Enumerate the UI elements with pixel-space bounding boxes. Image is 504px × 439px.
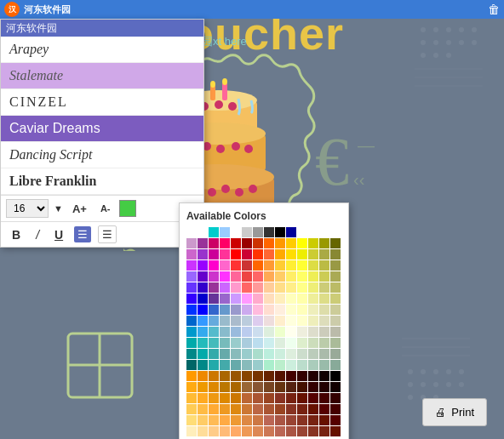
color-cell[interactable] xyxy=(220,282,230,293)
color-cell[interactable] xyxy=(231,249,241,259)
color-cell[interactable] xyxy=(297,327,307,337)
color-cell[interactable] xyxy=(220,305,230,315)
color-cell[interactable] xyxy=(275,282,285,293)
color-cell[interactable] xyxy=(319,238,329,248)
color-cell[interactable] xyxy=(198,282,208,293)
color-cell[interactable] xyxy=(308,316,318,326)
color-cell[interactable] xyxy=(286,294,296,304)
color-cell[interactable] xyxy=(231,238,241,248)
color-cell[interactable] xyxy=(242,327,252,337)
color-cell[interactable] xyxy=(186,338,197,348)
color-cell[interactable] xyxy=(253,327,263,337)
color-cell[interactable] xyxy=(297,338,307,348)
italic-button[interactable]: / xyxy=(32,226,43,243)
color-cell[interactable] xyxy=(319,404,329,414)
color-cell[interactable] xyxy=(264,260,274,271)
color-cell[interactable] xyxy=(308,238,318,248)
color-cell[interactable] xyxy=(319,415,329,425)
color-cell[interactable] xyxy=(198,260,208,271)
color-cell[interactable] xyxy=(264,305,274,315)
color-cell[interactable] xyxy=(198,404,208,414)
color-cell[interactable] xyxy=(319,360,329,370)
font-item-cinzel[interactable]: CINZEL xyxy=(1,89,203,116)
color-cell[interactable] xyxy=(286,349,296,359)
color-cell[interactable] xyxy=(264,426,274,436)
color-cell[interactable] xyxy=(186,305,197,315)
color-cell[interactable] xyxy=(186,271,197,282)
color-cell[interactable] xyxy=(253,338,263,348)
color-cell[interactable] xyxy=(253,415,263,425)
color-cell[interactable] xyxy=(275,393,285,403)
color-cell[interactable] xyxy=(319,249,329,259)
color-cell[interactable] xyxy=(231,305,241,315)
color-cell[interactable] xyxy=(275,360,285,370)
color-cell[interactable] xyxy=(297,260,307,271)
color-cell[interactable] xyxy=(308,404,318,414)
color-cell[interactable] xyxy=(319,294,329,304)
color-cell[interactable] xyxy=(186,415,197,425)
color-cell[interactable] xyxy=(198,338,208,348)
color-cell[interactable] xyxy=(231,404,241,414)
color-cell[interactable] xyxy=(319,260,329,271)
color-cell[interactable] xyxy=(198,327,208,337)
color-cell[interactable] xyxy=(308,415,318,425)
color-cell[interactable] xyxy=(308,260,318,271)
color-cell[interactable] xyxy=(330,360,341,370)
color-cell[interactable] xyxy=(330,371,341,381)
color-cell[interactable] xyxy=(198,238,208,248)
color-cell[interactable] xyxy=(209,260,219,271)
color-cell[interactable] xyxy=(297,426,307,436)
color-cell[interactable] xyxy=(308,393,318,403)
color-cell[interactable] xyxy=(286,382,296,392)
color-cell[interactable] xyxy=(275,415,285,425)
color-cell[interactable] xyxy=(220,316,230,326)
color-cell[interactable] xyxy=(264,393,274,403)
color-cell[interactable] xyxy=(209,382,219,392)
color-cell[interactable] xyxy=(198,371,208,381)
color-cell[interactable] xyxy=(297,316,307,326)
color-cell[interactable] xyxy=(319,316,329,326)
color-cell[interactable] xyxy=(186,382,197,392)
color-cell[interactable] xyxy=(264,371,274,381)
color-cell[interactable] xyxy=(220,238,230,248)
color-cell[interactable] xyxy=(209,227,219,237)
color-cell[interactable] xyxy=(297,371,307,381)
color-cell[interactable] xyxy=(275,249,285,259)
color-cell[interactable] xyxy=(297,271,307,282)
color-cell[interactable] xyxy=(231,316,241,326)
color-cell[interactable] xyxy=(186,327,197,337)
color-cell[interactable] xyxy=(330,404,341,414)
color-cell[interactable] xyxy=(264,249,274,259)
color-cell[interactable] xyxy=(209,349,219,359)
color-cell[interactable] xyxy=(220,404,230,414)
color-cell[interactable] xyxy=(253,426,263,436)
color-cell[interactable] xyxy=(264,349,274,359)
underline-button[interactable]: U xyxy=(50,226,67,243)
color-cell[interactable] xyxy=(231,360,241,370)
color-cell[interactable] xyxy=(264,294,274,304)
font-decrease-button[interactable]: A- xyxy=(96,202,115,215)
color-cell[interactable] xyxy=(186,360,197,370)
color-cell[interactable] xyxy=(242,338,252,348)
color-cell[interactable] xyxy=(231,393,241,403)
color-cell[interactable] xyxy=(198,305,208,315)
color-cell[interactable] xyxy=(231,382,241,392)
color-cell[interactable] xyxy=(275,316,285,326)
color-cell[interactable] xyxy=(253,227,263,237)
color-cell[interactable] xyxy=(220,426,230,436)
color-cell[interactable] xyxy=(275,382,285,392)
color-cell[interactable] xyxy=(319,338,329,348)
color-cell[interactable] xyxy=(264,415,274,425)
delete-icon[interactable]: 🗑 xyxy=(488,3,500,16)
color-cell[interactable] xyxy=(253,271,263,282)
color-cell[interactable] xyxy=(198,271,208,282)
color-cell[interactable] xyxy=(297,360,307,370)
color-cell[interactable] xyxy=(286,360,296,370)
color-cell[interactable] xyxy=(264,338,274,348)
color-cell[interactable] xyxy=(198,249,208,259)
color-cell[interactable] xyxy=(286,393,296,403)
color-cell[interactable] xyxy=(286,282,296,293)
color-cell[interactable] xyxy=(186,393,197,403)
color-cell[interactable] xyxy=(297,393,307,403)
color-cell[interactable] xyxy=(319,327,329,337)
